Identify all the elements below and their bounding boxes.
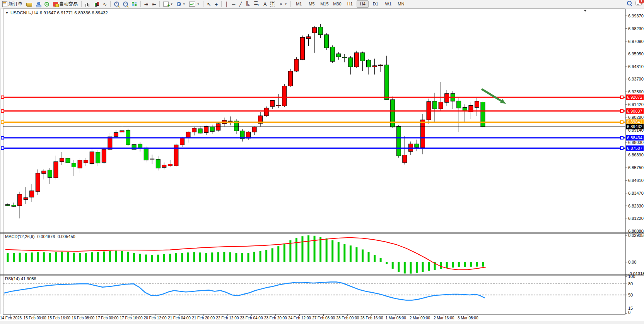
macd-histogram-bar (133, 253, 135, 262)
macd-name: MACD(12,26,9) (5, 234, 34, 239)
candle (415, 144, 419, 147)
line-anchor-square[interactable] (620, 147, 623, 149)
macd-histogram-bar (260, 251, 261, 262)
macd-histogram-bar (61, 252, 63, 262)
macd-histogram-bar (416, 262, 418, 273)
candle (150, 159, 154, 159)
candle (24, 198, 28, 200)
line-anchor-square[interactable] (620, 136, 623, 139)
macd-histogram-bar (272, 248, 273, 262)
candle (391, 99, 395, 127)
candle (318, 27, 323, 35)
macd-histogram-bar (338, 242, 340, 262)
rsi-header: RSI(14) 41.9056 (5, 276, 36, 281)
macd-histogram-bar (398, 262, 400, 272)
candle (396, 126, 401, 156)
candle (54, 162, 58, 178)
macd-histogram-bar (103, 252, 105, 262)
candle (313, 27, 317, 33)
macd-histogram-bar (284, 243, 285, 262)
price-axis[interactable] (625, 9, 644, 314)
candle (30, 191, 34, 197)
candle (210, 127, 214, 132)
macd-histogram-bar (163, 254, 165, 262)
chart-ohlc: 6.91647 6.91771 6.89336 6.89432 (40, 10, 108, 15)
macd-histogram-bar (181, 253, 183, 262)
candle (84, 160, 88, 163)
candle (168, 164, 172, 166)
macd-histogram-bar (115, 251, 117, 262)
candle (276, 105, 280, 106)
candle (180, 137, 184, 145)
macd-histogram-bar (7, 253, 9, 262)
candle (433, 101, 437, 109)
candle (120, 131, 124, 132)
line-anchor-square[interactable] (1, 136, 4, 139)
candle (300, 38, 304, 60)
candle (186, 132, 190, 137)
candle (282, 86, 287, 106)
candle (367, 60, 371, 67)
candle (379, 65, 383, 65)
chart-window-bg (0, 9, 644, 324)
candle (348, 58, 353, 67)
macd-histogram-bar (91, 252, 93, 262)
macd-histogram-bar (151, 255, 153, 262)
macd-histogram-bar (235, 253, 237, 262)
macd-histogram-bar (380, 258, 382, 262)
macd-histogram-bar (229, 252, 231, 262)
collapse-triangle-icon[interactable]: ▼ (5, 11, 9, 15)
macd-values: -0.004876 -0.005450 (36, 234, 75, 239)
macd-histogram-bar (422, 262, 424, 272)
candle (288, 71, 292, 86)
macd-histogram-bar (199, 252, 201, 262)
macd-histogram-bar (350, 245, 352, 262)
candle (330, 47, 335, 61)
macd-histogram-bar (277, 246, 279, 262)
macd-histogram-bar (253, 252, 255, 262)
time-axis[interactable] (3, 314, 625, 321)
macd-histogram-bar (211, 252, 213, 262)
candle (162, 165, 166, 167)
line-anchor-square[interactable] (1, 147, 4, 149)
macd-histogram-bar (301, 236, 303, 262)
candle (198, 129, 202, 133)
macd-histogram-bar (145, 255, 147, 262)
macd-histogram-bar (326, 238, 328, 262)
candle (270, 101, 275, 107)
macd-histogram-bar (31, 252, 33, 262)
macd-histogram-bar (314, 236, 316, 262)
macd-histogram-bar (386, 262, 388, 264)
macd-histogram-bar (139, 254, 141, 262)
candle (48, 170, 52, 177)
macd-histogram-bar (127, 252, 129, 262)
candle (252, 127, 256, 132)
macd-histogram-bar (362, 249, 364, 262)
macd-histogram-bar (482, 262, 484, 267)
mt4-window: 新订单 自动交易 ∿ + − ⇥ ⇤ ▼ ▼ ▼ ↖ + │ ─ ╱ ∥E ☰F… (0, 0, 644, 324)
candle (439, 102, 443, 109)
macd-histogram-bar (175, 253, 177, 262)
line-anchor-square[interactable] (1, 121, 4, 123)
line-anchor-square[interactable] (620, 121, 623, 123)
line-anchor-square[interactable] (1, 110, 4, 112)
macd-histogram-bar (73, 253, 75, 262)
macd-histogram-bar (458, 262, 460, 267)
candle (445, 94, 449, 103)
candle (354, 53, 359, 67)
macd-histogram-bar (157, 255, 159, 262)
candle (306, 37, 311, 39)
macd-histogram-bar (265, 250, 267, 262)
line-anchor-square[interactable] (620, 110, 623, 112)
macd-histogram-bar (67, 252, 69, 262)
macd-histogram-bar (223, 252, 225, 262)
macd-histogram-bar (217, 252, 219, 262)
macd-histogram-bar (169, 254, 171, 262)
line-anchor-square[interactable] (1, 96, 4, 99)
line-anchor-square[interactable] (620, 96, 623, 99)
candle (78, 160, 82, 168)
macd-header: MACD(12,26,9) -0.004876 -0.005450 (5, 234, 75, 239)
candle (294, 59, 299, 71)
macd-histogram-bar (374, 255, 376, 262)
macd-histogram-bar (37, 252, 39, 262)
